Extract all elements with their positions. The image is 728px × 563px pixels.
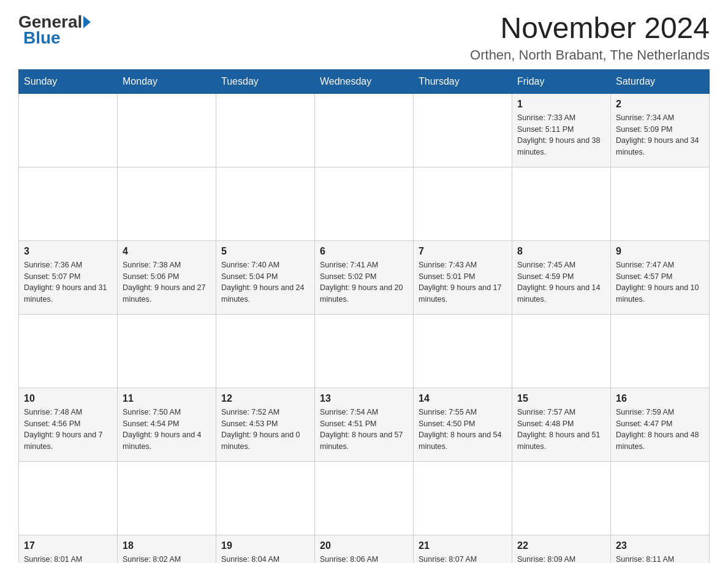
day-detail: Sunrise: 7:52 AM Sunset: 4:53 PM Dayligh… [221,407,309,453]
header: General Blue November 2024 Orthen, North… [18,12,710,63]
day-number: 11 [123,393,211,404]
day-number: 15 [517,393,605,404]
weekday-header-friday: Friday [512,69,611,93]
week-divider [19,461,710,535]
calendar-cell [315,93,414,167]
day-detail: Sunrise: 7:33 AM Sunset: 5:11 PM Dayligh… [517,112,605,158]
calendar-cell: 14Sunrise: 7:55 AM Sunset: 4:50 PM Dayli… [414,388,512,461]
calendar-cell: 2Sunrise: 7:34 AM Sunset: 5:09 PM Daylig… [611,93,710,167]
day-number: 10 [24,393,112,404]
week-divider [19,314,710,388]
day-number: 4 [123,246,211,257]
calendar-cell: 9Sunrise: 7:47 AM Sunset: 4:57 PM Daylig… [611,240,710,314]
weekday-header-saturday: Saturday [611,69,710,93]
location-subtitle: Orthen, North Brabant, The Netherlands [470,47,710,63]
day-detail: Sunrise: 8:04 AM Sunset: 4:43 PM Dayligh… [221,554,309,563]
day-detail: Sunrise: 7:45 AM Sunset: 4:59 PM Dayligh… [517,259,605,305]
day-number: 3 [24,246,112,257]
calendar-cell: 23Sunrise: 8:11 AM Sunset: 4:39 PM Dayli… [611,535,710,563]
calendar-week-row: 17Sunrise: 8:01 AM Sunset: 4:46 PM Dayli… [19,535,710,563]
calendar-cell: 4Sunrise: 7:38 AM Sunset: 5:06 PM Daylig… [118,240,216,314]
day-detail: Sunrise: 7:34 AM Sunset: 5:09 PM Dayligh… [616,112,704,158]
day-number: 12 [221,393,309,404]
calendar-cell: 20Sunrise: 8:06 AM Sunset: 4:42 PM Dayli… [315,535,414,563]
logo: General Blue [18,12,92,48]
day-detail: Sunrise: 7:57 AM Sunset: 4:48 PM Dayligh… [517,407,605,453]
calendar-cell: 19Sunrise: 8:04 AM Sunset: 4:43 PM Dayli… [216,535,315,563]
calendar-week-row: 10Sunrise: 7:48 AM Sunset: 4:56 PM Dayli… [19,388,710,461]
day-detail: Sunrise: 8:01 AM Sunset: 4:46 PM Dayligh… [24,554,112,563]
day-number: 16 [616,393,704,404]
day-detail: Sunrise: 7:43 AM Sunset: 5:01 PM Dayligh… [419,259,507,305]
calendar-cell [19,93,118,167]
day-detail: Sunrise: 8:02 AM Sunset: 4:44 PM Dayligh… [123,554,211,563]
weekday-header-monday: Monday [118,69,216,93]
weekday-header-row: SundayMondayTuesdayWednesdayThursdayFrid… [19,69,710,93]
calendar-cell: 17Sunrise: 8:01 AM Sunset: 4:46 PM Dayli… [19,535,118,563]
calendar-cell: 15Sunrise: 7:57 AM Sunset: 4:48 PM Dayli… [512,388,611,461]
weekday-header-wednesday: Wednesday [315,69,414,93]
weekday-header-thursday: Thursday [414,69,512,93]
day-number: 19 [221,540,309,551]
day-number: 13 [320,393,408,404]
month-year-title: November 2024 [470,12,710,45]
calendar-cell: 11Sunrise: 7:50 AM Sunset: 4:54 PM Dayli… [118,388,216,461]
day-detail: Sunrise: 7:41 AM Sunset: 5:02 PM Dayligh… [320,259,408,305]
day-detail: Sunrise: 7:55 AM Sunset: 4:50 PM Dayligh… [419,407,507,453]
day-number: 23 [616,540,704,551]
day-detail: Sunrise: 7:54 AM Sunset: 4:51 PM Dayligh… [320,407,408,453]
day-number: 22 [517,540,605,551]
calendar-cell: 22Sunrise: 8:09 AM Sunset: 4:40 PM Dayli… [512,535,611,563]
calendar-cell [216,93,315,167]
logo-blue-text: Blue [23,28,61,47]
day-number: 14 [419,393,507,404]
day-detail: Sunrise: 8:07 AM Sunset: 4:41 PM Dayligh… [419,554,507,563]
calendar-week-row: 3Sunrise: 7:36 AM Sunset: 5:07 PM Daylig… [19,240,710,314]
day-detail: Sunrise: 8:06 AM Sunset: 4:42 PM Dayligh… [320,554,408,563]
calendar-cell: 5Sunrise: 7:40 AM Sunset: 5:04 PM Daylig… [216,240,315,314]
day-number: 7 [419,246,507,257]
day-number: 6 [320,246,408,257]
week-divider [19,167,710,240]
calendar-cell: 6Sunrise: 7:41 AM Sunset: 5:02 PM Daylig… [315,240,414,314]
day-detail: Sunrise: 7:59 AM Sunset: 4:47 PM Dayligh… [616,407,704,453]
calendar-cell: 10Sunrise: 7:48 AM Sunset: 4:56 PM Dayli… [19,388,118,461]
day-detail: Sunrise: 7:48 AM Sunset: 4:56 PM Dayligh… [24,407,112,453]
calendar-week-row: 1Sunrise: 7:33 AM Sunset: 5:11 PM Daylig… [19,93,710,167]
day-number: 17 [24,540,112,551]
day-detail: Sunrise: 7:38 AM Sunset: 5:06 PM Dayligh… [123,259,211,305]
weekday-header-sunday: Sunday [19,69,118,93]
calendar-cell [414,93,512,167]
calendar-cell: 1Sunrise: 7:33 AM Sunset: 5:11 PM Daylig… [512,93,611,167]
day-detail: Sunrise: 7:50 AM Sunset: 4:54 PM Dayligh… [123,407,211,453]
day-number: 9 [616,246,704,257]
day-detail: Sunrise: 8:11 AM Sunset: 4:39 PM Dayligh… [616,554,704,563]
calendar-cell: 16Sunrise: 7:59 AM Sunset: 4:47 PM Dayli… [611,388,710,461]
day-detail: Sunrise: 8:09 AM Sunset: 4:40 PM Dayligh… [517,554,605,563]
day-number: 2 [616,99,704,110]
day-number: 8 [517,246,605,257]
calendar-cell: 18Sunrise: 8:02 AM Sunset: 4:44 PM Dayli… [118,535,216,563]
calendar-cell: 13Sunrise: 7:54 AM Sunset: 4:51 PM Dayli… [315,388,414,461]
calendar-table: SundayMondayTuesdayWednesdayThursdayFrid… [18,69,710,563]
calendar-cell: 7Sunrise: 7:43 AM Sunset: 5:01 PM Daylig… [414,240,512,314]
calendar-cell [118,93,216,167]
calendar-cell: 8Sunrise: 7:45 AM Sunset: 4:59 PM Daylig… [512,240,611,314]
calendar-cell: 3Sunrise: 7:36 AM Sunset: 5:07 PM Daylig… [19,240,118,314]
day-number: 18 [123,540,211,551]
day-number: 21 [419,540,507,551]
calendar-cell: 12Sunrise: 7:52 AM Sunset: 4:53 PM Dayli… [216,388,315,461]
day-number: 1 [517,99,605,110]
day-number: 5 [221,246,309,257]
weekday-header-tuesday: Tuesday [216,69,315,93]
day-detail: Sunrise: 7:36 AM Sunset: 5:07 PM Dayligh… [24,259,112,305]
day-detail: Sunrise: 7:40 AM Sunset: 5:04 PM Dayligh… [221,259,309,305]
title-area: November 2024 Orthen, North Brabant, The… [470,12,710,63]
day-detail: Sunrise: 7:47 AM Sunset: 4:57 PM Dayligh… [616,259,704,305]
calendar-cell: 21Sunrise: 8:07 AM Sunset: 4:41 PM Dayli… [414,535,512,563]
logo-flag-icon [83,16,91,28]
day-number: 20 [320,540,408,551]
